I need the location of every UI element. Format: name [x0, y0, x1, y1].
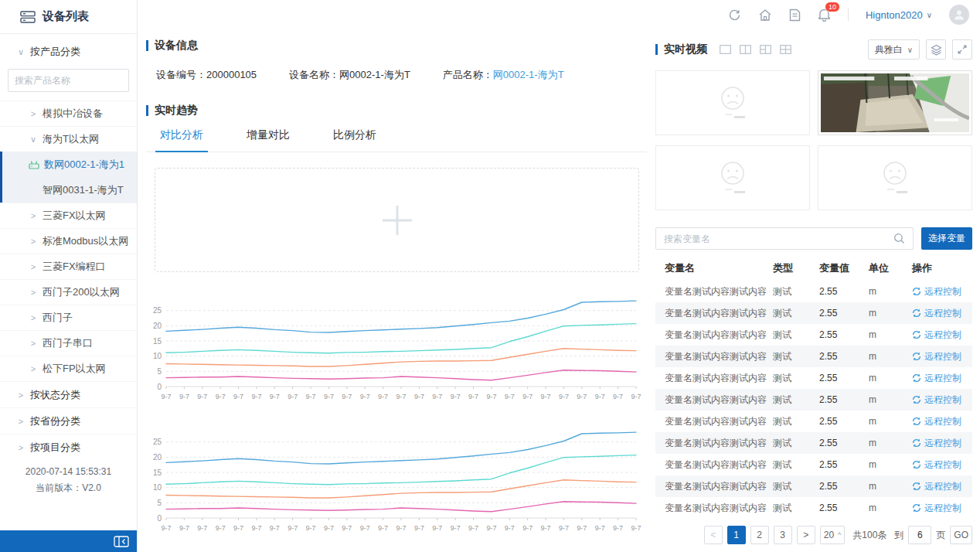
tree-item-松下FP以太网[interactable]: >松下FP以太网: [0, 356, 137, 381]
page-button-2[interactable]: 2: [750, 526, 769, 544]
trend-chart-2: 05101520259-79-79-79-79-79-79-79-79-79-7…: [146, 419, 647, 541]
svg-text:9-7: 9-7: [432, 393, 442, 400]
category-按省份分类[interactable]: >按省份分类: [0, 407, 137, 434]
svg-text:9-7: 9-7: [577, 524, 587, 532]
tree-item-三菱FX以太网[interactable]: >三菱FX以太网: [0, 203, 137, 228]
product-search: [8, 69, 129, 92]
device-item-数网0002-1-海为1[interactable]: 数网0002-1-海为1: [2, 152, 137, 177]
category-按项目分类[interactable]: >按项目分类: [0, 434, 137, 460]
video-cell-empty[interactable]: [655, 145, 810, 210]
remote-control-icon: [912, 395, 921, 404]
cell-variable-name: 变量名测试内容测试内容: [655, 307, 773, 320]
plus-icon: [379, 203, 415, 238]
video-cell-camera-feed[interactable]: [818, 70, 972, 135]
remote-control-link[interactable]: 远程控制: [912, 394, 972, 407]
svg-text:25: 25: [153, 438, 162, 446]
go-button[interactable]: GO: [950, 526, 972, 544]
tree-item-西门子200以太网[interactable]: >西门子200以太网: [0, 279, 137, 305]
tree-item-西门子[interactable]: >西门子: [0, 305, 137, 330]
tab-compare-analysis[interactable]: 对比分析: [160, 128, 203, 152]
search-icon[interactable]: [893, 233, 905, 244]
page-button-3[interactable]: 3: [774, 526, 792, 544]
refresh-icon[interactable]: [728, 9, 741, 22]
theme-select[interactable]: 典雅白 ∨: [868, 39, 920, 60]
svg-text:9-7: 9-7: [595, 393, 605, 400]
remote-control-link[interactable]: 远程控制: [912, 285, 972, 298]
select-variable-button[interactable]: 选择变量: [921, 227, 972, 250]
tree-item-西门子串口[interactable]: >西门子串口: [0, 330, 137, 356]
home-icon[interactable]: [758, 9, 772, 22]
device-list-icon: [20, 11, 36, 23]
svg-text:9-7: 9-7: [378, 524, 388, 532]
video-cell-empty[interactable]: [818, 145, 972, 210]
document-icon[interactable]: [789, 9, 801, 22]
svg-text:9-7: 9-7: [251, 524, 261, 532]
layers-button[interactable]: [926, 39, 946, 60]
tree-item-海为T以太网[interactable]: ∨海为T以太网: [0, 126, 137, 152]
user-menu[interactable]: Hignton2020 ∨: [866, 9, 932, 21]
prev-page-button[interactable]: <: [704, 526, 723, 544]
collapse-sidebar-icon[interactable]: [114, 536, 129, 547]
page-button-1[interactable]: 1: [727, 526, 746, 544]
svg-text:9-7: 9-7: [233, 524, 243, 532]
notifications[interactable]: 10: [818, 8, 831, 22]
remote-control-link[interactable]: 远程控制: [912, 437, 972, 450]
svg-text:0: 0: [157, 514, 162, 523]
layout-1-icon[interactable]: [720, 45, 731, 54]
remote-control-label: 远程控制: [924, 329, 961, 342]
add-variable-dropzone[interactable]: [155, 168, 639, 272]
layout-4-icon[interactable]: [780, 45, 791, 54]
category-product[interactable]: ∨ 按产品分类: [0, 34, 137, 67]
table-row: 变量名测试内容测试内容 测试 2.55 m 远程控制: [655, 281, 972, 302]
cell-variable-name: 变量名测试内容测试内容: [655, 437, 773, 450]
layout-2-icon[interactable]: [740, 45, 751, 54]
tree-item-三菱FX编程口[interactable]: >三菱FX编程口: [0, 254, 137, 279]
svg-text:9-7: 9-7: [216, 524, 226, 532]
cell-value: 2.55: [819, 394, 869, 405]
svg-text:9-7: 9-7: [179, 524, 189, 532]
remote-control-link[interactable]: 远程控制: [912, 329, 972, 342]
cell-type: 测试: [773, 437, 819, 450]
layout-3-icon[interactable]: [760, 45, 771, 54]
svg-text:9-7: 9-7: [251, 393, 261, 400]
cell-value: 2.55: [819, 416, 869, 427]
table-row: 变量名测试内容测试内容 测试 2.55 m 远程控制: [655, 475, 972, 497]
table-row: 变量名测试内容测试内容 测试 2.55 m 远程控制: [655, 346, 972, 367]
video-cell-empty[interactable]: [655, 70, 810, 135]
product-name-link[interactable]: 网0002-1-海为T: [493, 69, 564, 80]
svg-text:9-7: 9-7: [522, 524, 533, 532]
video-header: 实时视频 典雅白 ∨: [655, 39, 972, 60]
cell-type: 测试: [773, 480, 819, 493]
cell-variable-name: 变量名测试内容测试内容: [655, 285, 773, 298]
tree-item-模拟中冶设备[interactable]: >模拟中冶设备: [0, 101, 137, 126]
trend-title: 实时趋势: [155, 104, 198, 118]
tab-increment-compare[interactable]: 增量对比: [247, 128, 290, 152]
chevron-right-icon: >: [29, 237, 37, 246]
sidebar: 设备列表 ∨ 按产品分类 >模拟中冶设备∨海为T以太网数网0002-1-海为1智…: [0, 0, 138, 552]
remote-control-link[interactable]: 远程控制: [912, 458, 972, 472]
category-按状态分类[interactable]: >按状态分类: [0, 381, 137, 407]
theme-select-value: 典雅白: [875, 43, 903, 56]
tree-item-标准Modbus以太网[interactable]: >标准Modbus以太网: [0, 228, 137, 254]
product-search-input[interactable]: [15, 75, 134, 86]
fullscreen-button[interactable]: [952, 39, 972, 60]
tab-ratio-analysis[interactable]: 比例分析: [333, 128, 376, 152]
jump-page-input[interactable]: 6: [908, 526, 931, 544]
device-item-智网0031-1-海为T[interactable]: 智网0031-1-海为T: [2, 177, 137, 203]
no-video-placeholder-icon: [708, 159, 757, 196]
page-size-select[interactable]: 20 ^: [820, 526, 846, 544]
next-page-button[interactable]: >: [797, 526, 815, 544]
remote-control-link[interactable]: 远程控制: [912, 480, 972, 493]
remote-control-icon: [912, 373, 921, 383]
remote-control-link[interactable]: 远程控制: [912, 502, 972, 515]
remote-control-link[interactable]: 远程控制: [912, 350, 972, 363]
sidebar-tree: ∨ 按产品分类 >模拟中冶设备∨海为T以太网数网0002-1-海为1智网0031…: [0, 34, 137, 530]
avatar[interactable]: [949, 5, 969, 25]
variable-search-input[interactable]: [664, 233, 893, 244]
remote-control-label: 远程控制: [924, 437, 961, 450]
remote-control-link[interactable]: 远程控制: [912, 415, 972, 428]
remote-control-link[interactable]: 远程控制: [912, 307, 972, 320]
remote-control-link[interactable]: 远程控制: [912, 372, 972, 385]
svg-text:10: 10: [153, 483, 162, 492]
remote-control-label: 远程控制: [924, 307, 961, 320]
